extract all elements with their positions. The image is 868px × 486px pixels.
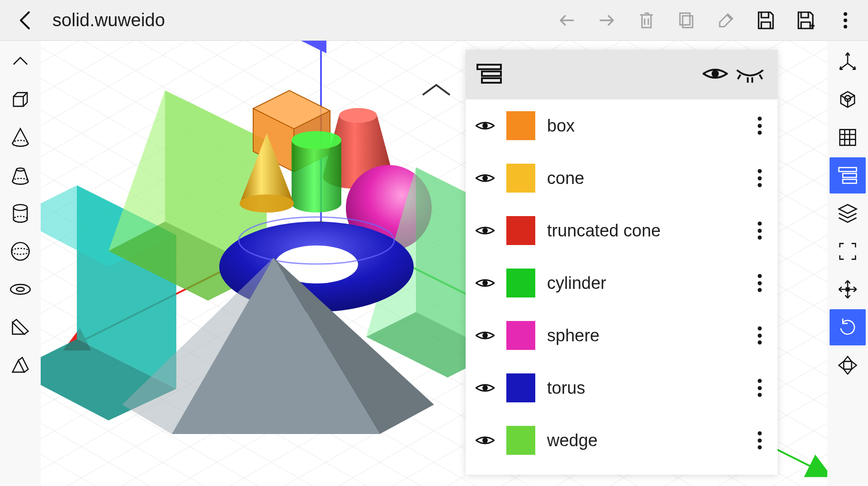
row-menu-button[interactable] <box>753 271 766 295</box>
shape-cone-button[interactable] <box>2 119 38 156</box>
shape-wedge2-button[interactable] <box>2 347 38 383</box>
object-row[interactable]: torus <box>466 362 778 414</box>
svg-point-11 <box>12 249 29 255</box>
collapse-left-button[interactable] <box>2 43 38 80</box>
svg-point-46 <box>482 228 488 233</box>
color-swatch <box>506 216 535 245</box>
object-row[interactable]: cone <box>466 152 778 204</box>
row-menu-button[interactable] <box>753 219 766 242</box>
eye-icon[interactable] <box>476 378 495 397</box>
svg-rect-1 <box>683 16 693 28</box>
svg-point-2 <box>844 12 847 16</box>
object-label: truncated cone <box>547 221 741 241</box>
shape-torus-button[interactable] <box>2 271 38 307</box>
svg-rect-52 <box>839 168 857 172</box>
viewport-3d[interactable]: boxconetruncated conecylinderspheretorus… <box>41 41 827 486</box>
svg-point-10 <box>12 243 29 260</box>
row-menu-button[interactable] <box>753 429 766 452</box>
object-list-panel: boxconetruncated conecylinderspheretorus… <box>466 50 778 475</box>
eye-icon[interactable] <box>476 431 495 450</box>
object-list: boxconetruncated conecylinderspheretorus… <box>466 99 778 475</box>
svg-point-45 <box>482 175 488 181</box>
object-row[interactable]: cylinder <box>466 257 778 309</box>
fullscreen-button[interactable] <box>830 233 866 269</box>
right-toolbar <box>827 41 868 486</box>
svg-point-43 <box>712 70 719 77</box>
svg-rect-41 <box>482 71 501 76</box>
shape-cylinder-button[interactable] <box>2 195 38 231</box>
svg-point-3 <box>844 19 847 22</box>
save-as-button[interactable] <box>787 2 825 38</box>
edit-button[interactable] <box>707 2 745 38</box>
object-row[interactable]: wedge <box>466 414 778 467</box>
hide-all-button[interactable] <box>735 65 765 85</box>
scale-tool-button[interactable] <box>830 347 866 383</box>
back-button[interactable] <box>6 2 44 38</box>
object-label: torus <box>547 378 741 398</box>
color-swatch <box>506 321 535 350</box>
svg-rect-0 <box>680 13 690 25</box>
color-swatch <box>506 426 535 455</box>
shape-truncated-cone-button[interactable] <box>2 157 38 193</box>
collapse-top-icon[interactable] <box>423 85 450 95</box>
color-swatch <box>506 164 535 193</box>
left-toolbar <box>0 41 41 486</box>
eye-icon[interactable] <box>476 116 495 135</box>
svg-rect-40 <box>477 65 501 69</box>
svg-point-49 <box>482 385 488 391</box>
redo-button[interactable] <box>588 2 626 38</box>
eye-icon[interactable] <box>476 221 495 240</box>
object-list-toggle-button[interactable] <box>830 157 866 193</box>
svg-point-44 <box>482 123 488 128</box>
eye-icon[interactable] <box>476 326 495 345</box>
grid-toggle-button[interactable] <box>830 119 866 156</box>
layers-button[interactable] <box>830 195 866 231</box>
rotate-tool-button[interactable] <box>830 309 866 345</box>
shape-cylinder <box>292 131 341 212</box>
row-menu-button[interactable] <box>753 324 766 347</box>
svg-point-8 <box>14 205 27 211</box>
undo-button[interactable] <box>548 2 586 38</box>
object-row[interactable]: truncated cone <box>466 204 778 257</box>
copy-button[interactable] <box>667 2 705 38</box>
object-label: cone <box>547 169 741 188</box>
object-row[interactable]: box <box>466 99 778 152</box>
shape-wedge1-button[interactable] <box>2 309 38 345</box>
row-menu-button[interactable] <box>753 376 766 400</box>
row-menu-button[interactable] <box>753 166 766 190</box>
svg-rect-42 <box>482 78 501 83</box>
svg-point-47 <box>482 280 488 286</box>
object-label: box <box>547 116 741 136</box>
move-tool-button[interactable] <box>830 271 866 307</box>
save-button[interactable] <box>747 2 785 38</box>
object-list-header <box>466 50 778 99</box>
more-button[interactable] <box>826 2 864 38</box>
delete-button[interactable] <box>627 2 665 38</box>
file-title: solid.wuweido <box>52 10 165 30</box>
topbar: solid.wuweido <box>0 0 868 41</box>
color-swatch <box>506 269 535 297</box>
main-area: boxconetruncated conecylinderspheretorus… <box>0 41 868 486</box>
eye-icon[interactable] <box>476 274 495 293</box>
svg-rect-55 <box>846 288 849 291</box>
svg-rect-54 <box>843 179 856 184</box>
object-row[interactable]: sphere <box>466 309 778 362</box>
shape-sphere-button[interactable] <box>2 233 38 269</box>
eye-icon[interactable] <box>476 169 495 188</box>
svg-point-29 <box>240 194 294 212</box>
svg-point-12 <box>10 284 30 294</box>
object-label: wedge <box>547 431 741 450</box>
focus-button[interactable] <box>830 81 866 118</box>
object-list-icon <box>476 64 502 85</box>
axes-toggle-button[interactable] <box>830 43 866 80</box>
svg-point-13 <box>16 288 24 292</box>
svg-rect-53 <box>843 174 856 178</box>
shape-box-button[interactable] <box>2 81 38 118</box>
svg-point-9 <box>14 217 27 222</box>
svg-point-28 <box>292 131 341 149</box>
show-all-button[interactable] <box>703 65 728 85</box>
color-swatch <box>506 373 535 402</box>
object-label: cylinder <box>547 274 741 293</box>
row-menu-button[interactable] <box>753 114 766 137</box>
svg-point-50 <box>482 438 488 443</box>
